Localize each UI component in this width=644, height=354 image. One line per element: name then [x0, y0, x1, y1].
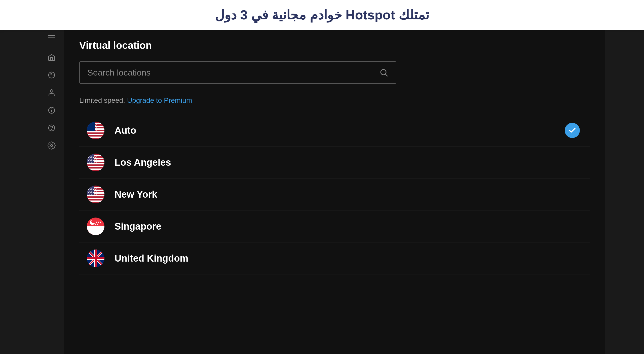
location-name-auto: Auto — [115, 125, 136, 136]
top-banner: تمتلك Hotspot خوادم مجانية في 3 دول — [0, 0, 644, 30]
flag-usa-auto: ★ ★ ★ ★ ★ ★ ★ ★ ★ ★ ★ ★ ★ ★ ★ ★ ★ ★ ★ ★ … — [87, 122, 104, 139]
location-item-auto[interactable]: ★ ★ ★ ★ ★ ★ ★ ★ ★ ★ ★ ★ ★ ★ ★ ★ ★ ★ ★ ★ … — [79, 115, 590, 147]
svg-point-8 — [381, 69, 386, 75]
svg-point-70 — [91, 219, 95, 223]
flag-usa-ny: ★ ★ ★ ★ ★ ★ ★ ★ ★ ★ ★ ★ ★ ★ ★ ★ ★ ★ ★ ★ … — [87, 186, 104, 203]
svg-point-1 — [50, 90, 53, 92]
location-item-uk[interactable]: United Kingdom — [79, 242, 590, 274]
speed-notice: Limited speed. Upgrade to Premium — [79, 96, 590, 104]
svg-point-5 — [49, 125, 55, 131]
app-container: Virtual location Limited speed. Upgrade … — [39, 27, 605, 354]
location-name-la: Los Angeles — [115, 157, 171, 168]
sidebar — [39, 27, 64, 354]
svg-rect-57 — [87, 198, 104, 199]
sidebar-item-settings[interactable] — [44, 138, 59, 153]
svg-rect-20 — [87, 135, 104, 136]
svg-rect-39 — [87, 167, 104, 168]
svg-text:★ ★ ★ ★ ★: ★ ★ ★ ★ ★ — [88, 125, 96, 126]
svg-rect-68 — [87, 226, 104, 235]
svg-rect-38 — [87, 166, 104, 167]
location-item-singapore[interactable]: ★★★ ★★ Singapore — [79, 210, 590, 242]
svg-point-7 — [51, 145, 53, 147]
svg-rect-81 — [87, 257, 104, 259]
svg-rect-41 — [87, 170, 104, 171]
menu-icon[interactable] — [45, 32, 58, 42]
svg-text:★★: ★★ — [94, 223, 98, 226]
svg-rect-23 — [87, 122, 94, 131]
search-input[interactable] — [87, 68, 379, 78]
location-list: ★ ★ ★ ★ ★ ★ ★ ★ ★ ★ ★ ★ ★ ★ ★ ★ ★ ★ ★ ★ … — [79, 115, 590, 274]
section-title: Virtual location — [79, 40, 590, 51]
svg-rect-17 — [87, 131, 104, 132]
svg-text:★ ★ ★ ★ ★: ★ ★ ★ ★ ★ — [88, 128, 96, 129]
search-icon — [379, 68, 388, 77]
flag-usa-la: ★ ★ ★ ★ ★ ★ ★ ★ ★ ★ ★ ★ ★ ★ ★ ★ ★ ★ ★ ★ … — [87, 154, 104, 171]
svg-rect-37 — [87, 164, 104, 166]
svg-rect-36 — [87, 163, 104, 164]
flag-sg: ★★★ ★★ — [87, 218, 104, 235]
svg-rect-58 — [87, 199, 104, 200]
svg-text:★ ★ ★ ★ ★ ★: ★ ★ ★ ★ ★ ★ — [87, 193, 97, 195]
banner-title: تمتلك Hotspot خوادم مجانية في 3 دول — [215, 7, 429, 22]
location-name-ny: New York — [115, 189, 157, 200]
svg-rect-18 — [87, 132, 104, 134]
selected-check-auto — [565, 123, 580, 138]
sidebar-item-help[interactable] — [44, 120, 59, 135]
main-content: Virtual location Limited speed. Upgrade … — [64, 27, 605, 354]
location-name-uk: United Kingdom — [115, 253, 188, 264]
flag-uk — [87, 250, 104, 267]
svg-text:★ ★ ★ ★ ★ ★: ★ ★ ★ ★ ★ ★ — [87, 161, 97, 163]
sidebar-item-info[interactable] — [44, 103, 59, 118]
svg-rect-22 — [87, 138, 104, 139]
svg-rect-60 — [87, 202, 104, 203]
svg-rect-40 — [87, 168, 104, 170]
search-bar[interactable] — [79, 61, 396, 84]
location-item-los-angeles[interactable]: ★ ★ ★ ★ ★ ★ ★ ★ ★ ★ ★ ★ ★ ★ ★ ★ ★ ★ ★ ★ … — [79, 147, 590, 179]
upgrade-link[interactable]: Upgrade to Premium — [127, 96, 192, 104]
location-item-new-york[interactable]: ★ ★ ★ ★ ★ ★ ★ ★ ★ ★ ★ ★ ★ ★ ★ ★ ★ ★ ★ ★ … — [79, 179, 590, 210]
svg-rect-56 — [87, 196, 104, 198]
sidebar-item-home[interactable] — [44, 50, 59, 65]
svg-rect-19 — [87, 134, 104, 135]
svg-rect-21 — [87, 136, 104, 138]
svg-text:★ ★ ★ ★ ★ ★: ★ ★ ★ ★ ★ ★ — [87, 129, 97, 131]
location-name-sg: Singapore — [115, 221, 161, 232]
sidebar-item-speed[interactable] — [44, 67, 59, 83]
svg-line-9 — [386, 74, 388, 76]
sidebar-item-account[interactable] — [44, 85, 59, 100]
svg-rect-59 — [87, 200, 104, 202]
svg-rect-55 — [87, 195, 104, 196]
